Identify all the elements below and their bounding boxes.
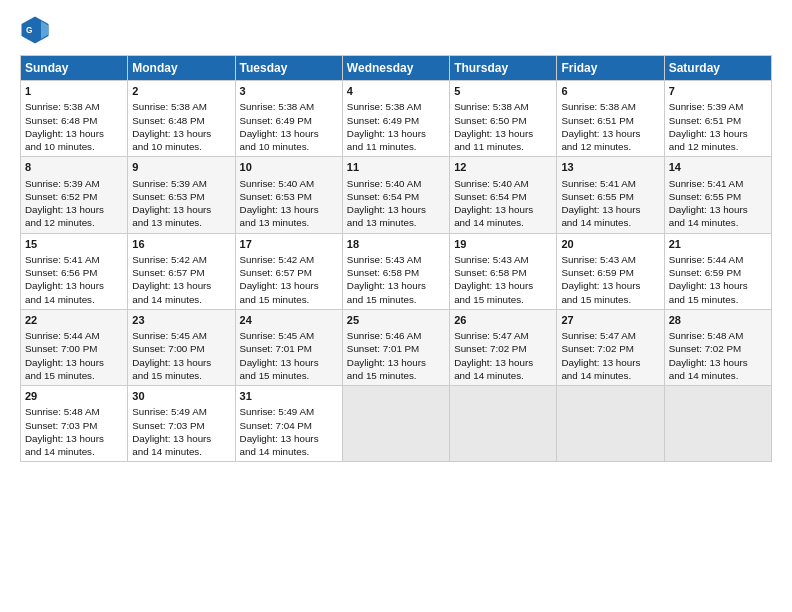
calendar-table: SundayMondayTuesdayWednesdayThursdayFrid… [20, 55, 772, 462]
calendar-cell: 18Sunrise: 5:43 AM Sunset: 6:58 PM Dayli… [342, 233, 449, 309]
day-info: Sunrise: 5:43 AM Sunset: 6:59 PM Dayligh… [561, 253, 659, 306]
calendar-cell: 23Sunrise: 5:45 AM Sunset: 7:00 PM Dayli… [128, 309, 235, 385]
day-info: Sunrise: 5:38 AM Sunset: 6:51 PM Dayligh… [561, 100, 659, 153]
day-number: 31 [240, 389, 338, 404]
calendar-cell: 31Sunrise: 5:49 AM Sunset: 7:04 PM Dayli… [235, 386, 342, 462]
day-number: 6 [561, 84, 659, 99]
day-info: Sunrise: 5:41 AM Sunset: 6:55 PM Dayligh… [669, 177, 767, 230]
day-number: 27 [561, 313, 659, 328]
col-header-wednesday: Wednesday [342, 56, 449, 81]
calendar-cell: 7Sunrise: 5:39 AM Sunset: 6:51 PM Daylig… [664, 81, 771, 157]
calendar-cell: 2Sunrise: 5:38 AM Sunset: 6:48 PM Daylig… [128, 81, 235, 157]
col-header-tuesday: Tuesday [235, 56, 342, 81]
day-info: Sunrise: 5:40 AM Sunset: 6:53 PM Dayligh… [240, 177, 338, 230]
day-info: Sunrise: 5:42 AM Sunset: 6:57 PM Dayligh… [132, 253, 230, 306]
day-number: 7 [669, 84, 767, 99]
day-number: 29 [25, 389, 123, 404]
week-row-3: 15Sunrise: 5:41 AM Sunset: 6:56 PM Dayli… [21, 233, 772, 309]
day-info: Sunrise: 5:40 AM Sunset: 6:54 PM Dayligh… [347, 177, 445, 230]
logo: G [20, 15, 54, 45]
day-number: 20 [561, 237, 659, 252]
calendar-cell: 8Sunrise: 5:39 AM Sunset: 6:52 PM Daylig… [21, 157, 128, 233]
calendar-cell: 30Sunrise: 5:49 AM Sunset: 7:03 PM Dayli… [128, 386, 235, 462]
day-info: Sunrise: 5:38 AM Sunset: 6:50 PM Dayligh… [454, 100, 552, 153]
calendar-cell: 28Sunrise: 5:48 AM Sunset: 7:02 PM Dayli… [664, 309, 771, 385]
day-info: Sunrise: 5:49 AM Sunset: 7:03 PM Dayligh… [132, 405, 230, 458]
calendar-cell: 12Sunrise: 5:40 AM Sunset: 6:54 PM Dayli… [450, 157, 557, 233]
day-info: Sunrise: 5:49 AM Sunset: 7:04 PM Dayligh… [240, 405, 338, 458]
day-number: 25 [347, 313, 445, 328]
page: G SundayMondayTuesdayWednesdayThursdayFr… [0, 0, 792, 612]
calendar-cell: 24Sunrise: 5:45 AM Sunset: 7:01 PM Dayli… [235, 309, 342, 385]
day-number: 16 [132, 237, 230, 252]
day-info: Sunrise: 5:45 AM Sunset: 7:00 PM Dayligh… [132, 329, 230, 382]
day-info: Sunrise: 5:47 AM Sunset: 7:02 PM Dayligh… [561, 329, 659, 382]
calendar-cell: 20Sunrise: 5:43 AM Sunset: 6:59 PM Dayli… [557, 233, 664, 309]
day-number: 28 [669, 313, 767, 328]
day-number: 13 [561, 160, 659, 175]
calendar-cell: 21Sunrise: 5:44 AM Sunset: 6:59 PM Dayli… [664, 233, 771, 309]
day-number: 19 [454, 237, 552, 252]
calendar-cell [342, 386, 449, 462]
day-info: Sunrise: 5:38 AM Sunset: 6:48 PM Dayligh… [25, 100, 123, 153]
calendar-cell: 4Sunrise: 5:38 AM Sunset: 6:49 PM Daylig… [342, 81, 449, 157]
day-number: 21 [669, 237, 767, 252]
day-number: 17 [240, 237, 338, 252]
day-info: Sunrise: 5:41 AM Sunset: 6:56 PM Dayligh… [25, 253, 123, 306]
day-info: Sunrise: 5:38 AM Sunset: 6:49 PM Dayligh… [347, 100, 445, 153]
calendar-cell: 26Sunrise: 5:47 AM Sunset: 7:02 PM Dayli… [450, 309, 557, 385]
day-info: Sunrise: 5:47 AM Sunset: 7:02 PM Dayligh… [454, 329, 552, 382]
calendar-cell: 10Sunrise: 5:40 AM Sunset: 6:53 PM Dayli… [235, 157, 342, 233]
day-info: Sunrise: 5:39 AM Sunset: 6:51 PM Dayligh… [669, 100, 767, 153]
calendar-cell [557, 386, 664, 462]
calendar-cell: 3Sunrise: 5:38 AM Sunset: 6:49 PM Daylig… [235, 81, 342, 157]
day-number: 14 [669, 160, 767, 175]
day-number: 2 [132, 84, 230, 99]
header: G [20, 15, 772, 45]
week-row-1: 1Sunrise: 5:38 AM Sunset: 6:48 PM Daylig… [21, 81, 772, 157]
day-info: Sunrise: 5:39 AM Sunset: 6:52 PM Dayligh… [25, 177, 123, 230]
calendar-cell: 29Sunrise: 5:48 AM Sunset: 7:03 PM Dayli… [21, 386, 128, 462]
col-header-friday: Friday [557, 56, 664, 81]
calendar-cell: 5Sunrise: 5:38 AM Sunset: 6:50 PM Daylig… [450, 81, 557, 157]
day-number: 1 [25, 84, 123, 99]
col-header-sunday: Sunday [21, 56, 128, 81]
day-info: Sunrise: 5:38 AM Sunset: 6:48 PM Dayligh… [132, 100, 230, 153]
calendar-cell: 16Sunrise: 5:42 AM Sunset: 6:57 PM Dayli… [128, 233, 235, 309]
day-info: Sunrise: 5:44 AM Sunset: 6:59 PM Dayligh… [669, 253, 767, 306]
svg-text:G: G [26, 26, 32, 35]
day-number: 22 [25, 313, 123, 328]
day-info: Sunrise: 5:46 AM Sunset: 7:01 PM Dayligh… [347, 329, 445, 382]
day-info: Sunrise: 5:40 AM Sunset: 6:54 PM Dayligh… [454, 177, 552, 230]
day-number: 18 [347, 237, 445, 252]
calendar-cell: 13Sunrise: 5:41 AM Sunset: 6:55 PM Dayli… [557, 157, 664, 233]
day-info: Sunrise: 5:39 AM Sunset: 6:53 PM Dayligh… [132, 177, 230, 230]
week-row-4: 22Sunrise: 5:44 AM Sunset: 7:00 PM Dayli… [21, 309, 772, 385]
day-number: 11 [347, 160, 445, 175]
calendar-cell: 17Sunrise: 5:42 AM Sunset: 6:57 PM Dayli… [235, 233, 342, 309]
col-header-monday: Monday [128, 56, 235, 81]
day-number: 30 [132, 389, 230, 404]
day-info: Sunrise: 5:42 AM Sunset: 6:57 PM Dayligh… [240, 253, 338, 306]
day-number: 26 [454, 313, 552, 328]
calendar-cell: 19Sunrise: 5:43 AM Sunset: 6:58 PM Dayli… [450, 233, 557, 309]
calendar-cell [450, 386, 557, 462]
week-row-5: 29Sunrise: 5:48 AM Sunset: 7:03 PM Dayli… [21, 386, 772, 462]
day-info: Sunrise: 5:44 AM Sunset: 7:00 PM Dayligh… [25, 329, 123, 382]
day-number: 5 [454, 84, 552, 99]
logo-icon: G [20, 15, 50, 45]
day-number: 9 [132, 160, 230, 175]
calendar-cell [664, 386, 771, 462]
day-info: Sunrise: 5:41 AM Sunset: 6:55 PM Dayligh… [561, 177, 659, 230]
calendar-cell: 11Sunrise: 5:40 AM Sunset: 6:54 PM Dayli… [342, 157, 449, 233]
calendar-cell: 6Sunrise: 5:38 AM Sunset: 6:51 PM Daylig… [557, 81, 664, 157]
day-info: Sunrise: 5:43 AM Sunset: 6:58 PM Dayligh… [347, 253, 445, 306]
day-info: Sunrise: 5:38 AM Sunset: 6:49 PM Dayligh… [240, 100, 338, 153]
calendar-cell: 22Sunrise: 5:44 AM Sunset: 7:00 PM Dayli… [21, 309, 128, 385]
col-header-thursday: Thursday [450, 56, 557, 81]
calendar-cell: 9Sunrise: 5:39 AM Sunset: 6:53 PM Daylig… [128, 157, 235, 233]
day-number: 4 [347, 84, 445, 99]
day-number: 24 [240, 313, 338, 328]
calendar-cell: 27Sunrise: 5:47 AM Sunset: 7:02 PM Dayli… [557, 309, 664, 385]
day-number: 15 [25, 237, 123, 252]
